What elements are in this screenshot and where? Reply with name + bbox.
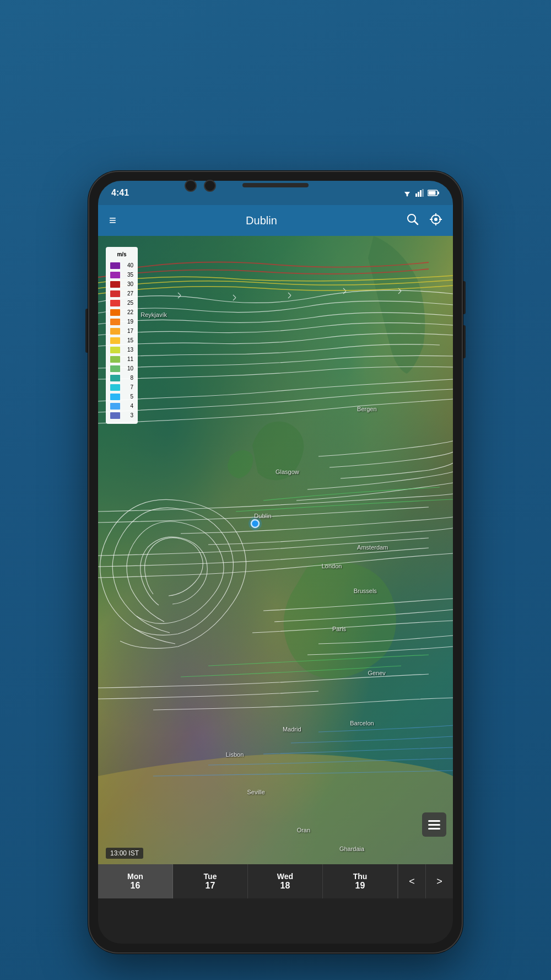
legend-color-40 <box>110 262 120 269</box>
svg-rect-3 <box>418 192 419 197</box>
legend-item-17: 17 <box>110 327 133 336</box>
svg-rect-20 <box>428 820 440 822</box>
legend-item-11: 11 <box>110 355 133 364</box>
legend-color-13 <box>110 347 120 353</box>
timeline-day-thu19[interactable]: Thu 19 <box>323 864 398 898</box>
city-paris: Paris <box>332 626 346 632</box>
legend-color-11 <box>110 356 120 363</box>
city-title: Dublin <box>127 214 396 227</box>
timeline-bar: Mon 16 Tue 17 Wed 18 Thu 19 <box>98 864 453 898</box>
fab-menu-button[interactable] <box>422 812 446 837</box>
legend-color-27 <box>110 290 120 297</box>
legend-item-22: 22 <box>110 308 133 317</box>
battery-icon <box>428 190 440 196</box>
svg-rect-8 <box>429 191 436 195</box>
city-dublin: Dublin <box>254 513 271 519</box>
front-camera-2 <box>204 180 216 192</box>
legend-color-7 <box>110 384 120 391</box>
wind-speed-legend: m/s 40 35 30 27 <box>106 247 138 424</box>
wind-streamlines <box>98 236 453 864</box>
legend-item-35: 35 <box>110 271 133 279</box>
legend-color-30 <box>110 281 120 288</box>
legend-color-17 <box>110 328 120 335</box>
legend-item-8: 8 <box>110 374 133 383</box>
legend-item-7: 7 <box>110 383 133 392</box>
legend-color-35 <box>110 272 120 278</box>
legend-color-22 <box>110 309 120 316</box>
legend-color-19 <box>110 319 120 325</box>
legend-item-40: 40 <box>110 261 133 270</box>
timeline-days: Mon 16 Tue 17 Wed 18 Thu 19 <box>98 864 398 898</box>
wifi-icon <box>402 189 412 197</box>
legend-item-19: 19 <box>110 317 133 326</box>
svg-marker-0 <box>404 192 410 196</box>
svg-rect-4 <box>420 190 422 197</box>
legend-item-3: 3 <box>110 411 133 420</box>
city-brussels: Brussels <box>354 588 377 594</box>
timeline-prev-button[interactable]: < <box>398 864 425 898</box>
svg-rect-7 <box>438 192 440 195</box>
legend-title: m/s <box>110 250 133 259</box>
legend-item-15: 15 <box>110 336 133 345</box>
legend-color-4 <box>110 403 120 410</box>
timestamp-badge: 13:00 IST <box>106 848 143 859</box>
city-barcelona: Barcelon <box>350 720 374 726</box>
phone-mockup: 4:41 <box>88 171 463 954</box>
volume-down-button <box>463 325 466 358</box>
city-lisbon: Lisbon <box>226 751 244 758</box>
legend-color-5 <box>110 394 120 400</box>
legend-item-30: 30 <box>110 280 133 289</box>
legend-color-8 <box>110 375 120 381</box>
city-seville: Seville <box>247 789 264 795</box>
timeline-nav: < > <box>398 864 453 898</box>
legend-color-15 <box>110 337 120 344</box>
svg-line-10 <box>414 221 418 224</box>
legend-color-25 <box>110 300 120 306</box>
volume-up-button <box>463 281 466 314</box>
city-amsterdam: Amsterdam <box>357 544 388 551</box>
speaker-grille <box>242 183 309 187</box>
timeline-next-button[interactable]: > <box>425 864 453 898</box>
hamburger-menu-icon[interactable]: ≡ <box>109 213 116 228</box>
city-geneva: Genev <box>368 670 385 676</box>
legend-item-25: 25 <box>110 299 133 308</box>
status-time: 4:41 <box>111 188 129 198</box>
phone-screen: 4:41 <box>98 181 453 944</box>
app-bar: ≡ Dublin <box>98 205 453 236</box>
legend-color-10 <box>110 365 120 372</box>
svg-rect-5 <box>422 189 424 197</box>
legend-item-13: 13 <box>110 346 133 354</box>
legend-item-4: 4 <box>110 402 133 411</box>
wind-map[interactable]: Reykjavík Bergen Glasgow Dublin Amsterda… <box>98 236 453 864</box>
city-bergen: Bergen <box>357 406 376 412</box>
city-madrid: Madrid <box>283 726 301 733</box>
svg-point-12 <box>434 218 437 221</box>
city-london: London <box>322 563 342 569</box>
legend-item-5: 5 <box>110 392 133 401</box>
signal-icon <box>415 189 424 197</box>
city-oran: Oran <box>297 827 310 833</box>
search-icon[interactable] <box>407 213 419 228</box>
timeline-day-mon16[interactable]: Mon 16 <box>98 864 173 898</box>
city-reykjavik: Reykjavík <box>141 311 167 318</box>
svg-rect-2 <box>415 193 417 197</box>
locate-icon[interactable] <box>430 213 442 228</box>
phone-shell: 4:41 <box>88 171 463 954</box>
timeline-day-wed18[interactable]: Wed 18 <box>248 864 323 898</box>
front-camera <box>185 180 197 192</box>
svg-rect-21 <box>428 824 440 826</box>
timeline-day-tue17[interactable]: Tue 17 <box>173 864 248 898</box>
svg-marker-1 <box>406 195 408 197</box>
city-glasgow: Glasgow <box>276 469 299 475</box>
city-ghardaia: Ghardaia <box>339 846 364 852</box>
status-icons <box>402 189 440 197</box>
svg-rect-22 <box>428 828 440 830</box>
legend-item-27: 27 <box>110 289 133 298</box>
legend-color-3 <box>110 412 120 419</box>
legend-item-10: 10 <box>110 364 133 373</box>
